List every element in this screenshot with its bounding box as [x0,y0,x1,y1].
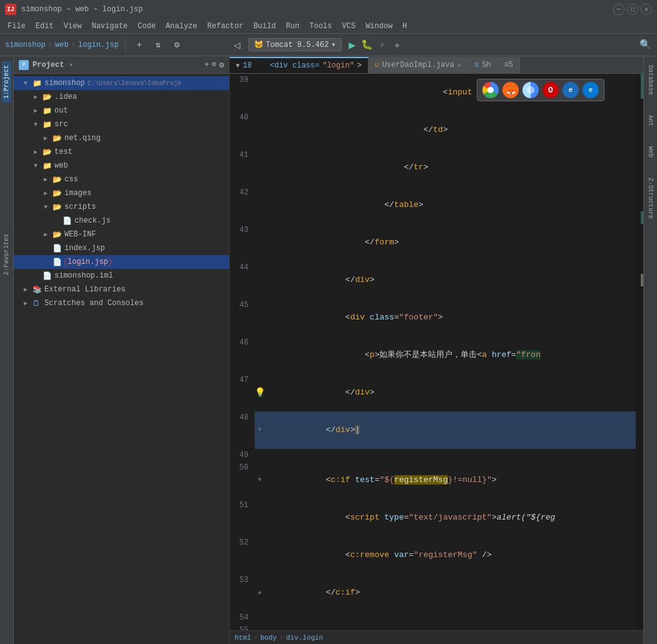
line-gutter-43 [255,224,265,261]
side-tab-zstructure[interactable]: Z-Structure [646,174,655,223]
browser-popup: 🦊 O e e [477,79,604,101]
tree-item-extlibs[interactable]: ▶ 📚 External Libraries [14,283,229,296]
tab-userdaoimpl[interactable]: U UserDaoImpl.java ✕ [369,57,468,73]
tree-icon-extlibs: 📚 [33,285,43,294]
code-line-43: 43 </form> [230,224,636,261]
tree-label-out: out [54,106,68,115]
maximize-button[interactable]: □ [627,4,638,15]
menu-tools[interactable]: Tools [305,21,337,32]
tree-item-scripts[interactable]: ▼ 📂 scripts [14,200,229,214]
browser-icon-firefox[interactable]: 🦊 [502,82,519,98]
menu-view[interactable]: View [59,21,87,32]
line-content-55: <c:if test="${loginMsg}!=null}"> [265,624,636,630]
side-tab-project[interactable]: 1:Project [2,61,11,103]
tree-item-simonshop[interactable]: ▼ 📁 simonshop C:\Users\lenovo\IdeaProje [14,76,229,90]
menu-vcs[interactable]: VCS [337,21,361,32]
tree-item-web[interactable]: ▼ 📁 web [14,159,229,173]
menu-refactor[interactable]: Refactor [202,21,248,32]
line-content-41: </tr> [265,149,636,186]
browser-icon-chrome[interactable] [482,82,499,98]
line-num-39: 39 [230,74,255,111]
breadcrumb-web[interactable]: web [55,41,69,49]
code-editor[interactable]: 🦊 O e e 39 <input type="reset" V [230,74,636,630]
breadcrumb-file[interactable]: login.jsp [78,41,119,49]
breadcrumb-project[interactable]: simonshop [5,41,46,49]
line-content-40: </td> [265,111,636,149]
profile-button[interactable]: ◈ [390,38,404,52]
tree-item-out[interactable]: ▶ 📁 out [14,104,229,118]
toolbar: simonshop › web › login.jsp + ⇅ ⚙ ◁ 🐱 To… [0,34,657,56]
run-config-selector[interactable]: 🐱 Tomcat 8.5.462 ▾ [248,38,342,51]
tree-item-netqing[interactable]: ▶ 📂 net.qing [14,131,229,145]
panel-view-button[interactable]: ≡ [211,60,216,70]
line-gutter-55: ▼ [255,624,265,630]
tab-divlogin-close: > [357,61,362,70]
settings-icon[interactable]: ⚙ [170,38,185,53]
side-tab-database[interactable]: Database [646,61,655,99]
tree-label-scripts: scripts [64,203,96,211]
debug-button[interactable]: 🐛 [360,38,374,52]
tab-userdaoimpl-close[interactable]: ✕ [457,61,462,69]
tree-item-indexjsp[interactable]: 📄 index.jsp [14,241,229,255]
browser-icon-ie[interactable]: e [563,82,579,98]
menu-edit[interactable]: Edit [31,21,59,32]
search-icon[interactable]: 🔍 [638,38,652,52]
browser-icon-safari[interactable] [522,82,539,98]
bulb-icon-47[interactable]: 💡 [255,386,265,399]
browser-icon-edge[interactable]: e [583,82,599,98]
add-icon[interactable]: + [132,38,147,53]
side-tab-web[interactable]: Web [646,143,655,161]
menu-navigate[interactable]: Navigate [86,21,133,32]
bc-body[interactable]: body [260,634,277,641]
menu-file[interactable]: File [3,21,31,32]
line-content-47: </div> [265,374,636,411]
tree-label-loginjsp: login.jsp [64,258,111,266]
tree-item-test[interactable]: ▶ 📂 test [14,145,229,159]
minimize-button[interactable]: ─ [613,4,624,15]
tree-item-images[interactable]: ▶ 📂 images [14,186,229,200]
tab-5-label: ≡5 [504,61,513,69]
tree-icon-idea: 📂 [43,93,53,102]
menu-help[interactable]: H [397,21,412,32]
fold-icon-53: ▲ [258,586,262,599]
tree-arrow-simonshop: ▼ [24,80,33,87]
bc-html[interactable]: html [235,634,251,641]
panel-add-button[interactable]: + [205,60,210,70]
menu-window[interactable]: Window [360,21,397,32]
close-button[interactable]: ✕ [641,4,652,15]
tree-item-idea[interactable]: ▶ 📂 .idea [14,90,229,104]
menu-code[interactable]: Code [133,21,161,32]
tree-item-src[interactable]: ▼ 📁 src [14,118,229,131]
tree-item-loginjsp[interactable]: 📄 login.jsp [14,255,229,269]
side-tab-ant[interactable]: Ant [646,111,655,130]
tree-item-css[interactable]: ▶ 📂 css [14,173,229,186]
tree-arrow-images: ▶ [44,189,53,197]
tree-item-webinf[interactable]: ▶ 📂 WEB-INF [14,228,229,241]
project-dropdown-icon[interactable]: ▾ [69,61,73,69]
tab-divlogin[interactable]: ▼ 18 <div class="login"> [230,57,369,73]
browser-icon-opera[interactable]: O [542,82,559,98]
run-config-back-icon[interactable]: ◁ [230,38,245,53]
panel-settings-button[interactable]: ⚙ [219,60,224,70]
sync-icon[interactable]: ⇅ [151,38,166,53]
tree-item-scratches[interactable]: ▶ 🗒 Scratches and Consoles [14,296,229,310]
line-content-50: <c:if test="${registerMsg}!=null}"> [265,461,636,499]
side-tab-favorites[interactable]: 2:Favorites [2,230,11,279]
menu-run[interactable]: Run [281,21,305,32]
tab-divlogin-val: "login" [322,61,354,70]
tree-label-checkjs: check.js [74,216,111,225]
tree-item-checkjs[interactable]: 📄 check.js [14,214,229,228]
tree-label-src: src [54,120,68,129]
tab-sh[interactable]: S Sh [469,57,498,73]
line-gutter-51 [255,499,265,536]
tree-item-simonshop-iml[interactable]: 📄 simonshop.iml [14,269,229,283]
project-header-icon: P [19,60,29,70]
tab-5[interactable]: ≡5 [498,57,520,73]
menu-build[interactable]: Build [248,21,281,32]
run-button[interactable]: ▶ [345,38,359,52]
bc-divlogin[interactable]: div.login [286,634,323,641]
menu-analyze[interactable]: Analyze [161,21,202,32]
tab-divlogin-label: 18 <div class= [243,61,319,70]
right-side-panel: Database Ant Web Z-Structure [643,56,657,644]
coverage-button[interactable]: ⚡ [375,38,389,52]
